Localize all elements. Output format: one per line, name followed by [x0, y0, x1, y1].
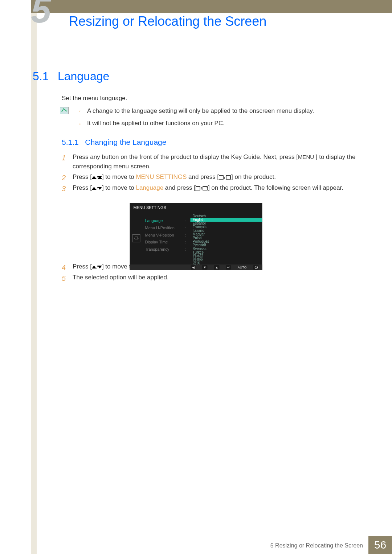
- osd-power-icon: ⏻: [253, 265, 259, 270]
- step-number: 1: [62, 152, 66, 163]
- note-text: It will not be applied to other function…: [87, 120, 225, 127]
- step-text: ] on the product.: [231, 173, 276, 180]
- osd-label: Display Time: [145, 239, 168, 246]
- svg-text:/: /: [97, 265, 98, 269]
- svg-rect-7: [203, 186, 207, 190]
- note-text: A change to the language setting will on…: [87, 107, 314, 114]
- svg-text:/: /: [224, 175, 225, 180]
- chapter-badge: 5: [31, 0, 56, 25]
- step-number: 3: [62, 183, 66, 194]
- note-block: z A change to the language setting will …: [62, 106, 356, 131]
- step-text: The selected option will be applied.: [73, 274, 169, 281]
- step-text: Press [: [73, 184, 92, 191]
- step-number: 2: [62, 172, 66, 183]
- up-down-arrow-icon: /: [92, 186, 102, 190]
- step-number: 4: [62, 262, 66, 273]
- osd-up-icon: ▲: [214, 265, 220, 270]
- section-title: Language: [58, 70, 109, 83]
- step-number: 5: [62, 273, 66, 284]
- step-text: Press [: [73, 173, 92, 180]
- osd-label: Transparency: [145, 246, 170, 253]
- footer-chapter-label: 5 Resizing or Relocating the Screen: [270, 542, 363, 549]
- up-down-arrow-icon: /: [92, 265, 102, 269]
- osd-screenshot: MENU SETTINGS Language: Menu H-Position:…: [130, 203, 262, 270]
- osd-label: Menu V-Position: [145, 232, 174, 239]
- svg-text:/: /: [97, 186, 98, 190]
- footer-page-number: 56: [368, 536, 392, 554]
- svg-rect-3: [226, 176, 230, 179]
- osd-enter-icon: ↵: [226, 265, 231, 270]
- chapter-title: Resizing or Relocating the Screen: [69, 14, 266, 29]
- osd-label: Menu H-Position: [145, 225, 175, 232]
- bullet-icon: z: [79, 109, 81, 114]
- svg-text:/: /: [97, 175, 98, 180]
- step-text: ] on the product. The following screen w…: [208, 184, 343, 191]
- step-text: ] to move to: [102, 173, 136, 180]
- osd-language-item: 한국어: [191, 258, 262, 262]
- subsection-title: Changing the Language: [85, 138, 166, 146]
- svg-rect-5: [196, 186, 200, 190]
- svg-rect-1: [219, 176, 223, 179]
- svg-rect-12: [135, 237, 138, 239]
- osd-labels: Language: Menu H-Position: Menu V-Positi…: [143, 212, 188, 264]
- osd-auto-label: AUTO: [238, 266, 247, 269]
- chapter-number: 5: [31, 0, 51, 25]
- svg-text:/: /: [201, 186, 202, 191]
- step-text: and press [: [163, 184, 196, 191]
- osd-bottom-bar: ◀ ▼ ▲ ↵ AUTO ⏻: [130, 264, 262, 270]
- bullet-icon: z: [79, 122, 81, 126]
- osd-language-list: DeutschEnglishEspañolFrançaisItalianoMag…: [188, 212, 262, 264]
- step-text: and press [: [187, 173, 219, 180]
- language-label: Language: [136, 184, 163, 191]
- osd-back-icon: ◀: [191, 265, 196, 270]
- section-number: 5.1: [33, 70, 49, 83]
- step-text: Press any button on the front of the pro…: [73, 153, 296, 160]
- osd-category-icon: [132, 234, 140, 242]
- osd-label: Language: [145, 217, 163, 225]
- section-intro: Set the menu language.: [62, 94, 356, 103]
- subsection-number: 5.1.1: [62, 138, 79, 146]
- page-footer: 5 Resizing or Relocating the Screen 56: [31, 536, 392, 554]
- source-enter-icon: /: [196, 186, 208, 191]
- step-text: ] to move to: [102, 184, 136, 191]
- menu-key-label: MENU: [298, 154, 314, 160]
- up-down-arrow-icon: /: [92, 175, 102, 180]
- source-enter-icon: /: [219, 175, 231, 180]
- osd-down-icon: ▼: [202, 265, 208, 270]
- osd-title: MENU SETTINGS: [130, 203, 262, 212]
- step-text: Press [: [73, 263, 92, 270]
- subsection-heading: 5.1.1 Changing the Language: [62, 138, 166, 147]
- menu-settings-label: MENU SETTINGS: [136, 173, 187, 180]
